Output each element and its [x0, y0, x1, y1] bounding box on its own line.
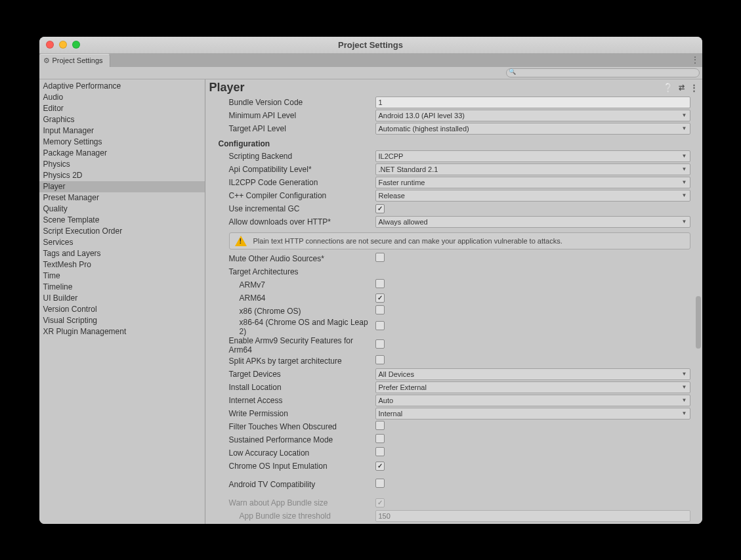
- min-api-dropdown[interactable]: Android 13.0 (API level 33)▼: [375, 110, 690, 121]
- chevron-down-icon: ▼: [682, 384, 687, 390]
- sidebar-item-textmesh-pro[interactable]: TextMesh Pro: [39, 259, 205, 270]
- panel-menu-button[interactable]: ⋮: [690, 83, 698, 93]
- android-tv-checkbox[interactable]: [375, 479, 385, 488]
- install-location-dropdown[interactable]: Prefer External▼: [375, 381, 690, 393]
- install-location-label: Install Location: [219, 383, 375, 392]
- armv9-label: Enable Armv9 Security Features for Arm64: [219, 336, 375, 355]
- low-accuracy-label: Low Accuracy Location: [219, 448, 375, 458]
- sidebar-item-package-manager[interactable]: Package Manager: [39, 148, 205, 159]
- sidebar-item-physics[interactable]: Physics: [39, 159, 205, 170]
- sidebar-item-graphics[interactable]: Graphics: [39, 114, 205, 125]
- sidebar-item-input-manager[interactable]: Input Manager: [39, 125, 205, 137]
- titlebar: Project Settings: [39, 37, 702, 54]
- sidebar-item-player[interactable]: Player: [39, 181, 205, 192]
- bundle-threshold-field[interactable]: [375, 510, 690, 522]
- target-devices-label: Target Devices: [219, 370, 375, 379]
- warning-icon: [235, 236, 247, 246]
- sidebar-item-adaptive-performance[interactable]: Adaptive Performance: [39, 81, 205, 92]
- sidebar-item-tags-and-layers[interactable]: Tags and Layers: [39, 248, 205, 259]
- split-apk-label: Split APKs by target architecture: [219, 356, 375, 366]
- warn-bundle-checkbox[interactable]: [375, 498, 385, 507]
- cpp-compiler-dropdown[interactable]: Release▼: [375, 190, 690, 202]
- settings-content[interactable]: Bundle Version Code Minimum API Level An…: [205, 96, 701, 524]
- arm64-label: ARM64: [219, 293, 375, 303]
- target-api-dropdown[interactable]: Automatic (highest installed)▼: [375, 123, 690, 135]
- sidebar-item-memory-settings[interactable]: Memory Settings: [39, 137, 205, 148]
- target-api-label: Target API Level: [219, 124, 375, 133]
- x8664-checkbox[interactable]: [375, 321, 385, 330]
- sidebar-item-ui-builder[interactable]: UI Builder: [39, 293, 205, 304]
- mute-audio-label: Mute Other Audio Sources*: [219, 254, 375, 263]
- bundle-version-code-field[interactable]: [375, 97, 690, 108]
- min-api-label: Minimum API Level: [219, 111, 375, 120]
- armv9-checkbox[interactable]: [375, 339, 385, 349]
- body: Adaptive PerformanceAudioEditorGraphicsI…: [39, 79, 702, 524]
- chevron-down-icon: ▼: [682, 371, 687, 377]
- http-dropdown[interactable]: Always allowed▼: [375, 216, 690, 228]
- chevron-down-icon: ▼: [682, 397, 687, 403]
- sidebar-item-scene-template[interactable]: Scene Template: [39, 215, 205, 226]
- sidebar-item-visual-scripting[interactable]: Visual Scripting: [39, 315, 205, 326]
- tab-label: Project Settings: [53, 56, 103, 64]
- configuration-section-title: Configuration: [219, 139, 690, 148]
- gear-icon: ⚙: [43, 56, 50, 65]
- sidebar-item-editor[interactable]: Editor: [39, 103, 205, 114]
- main-header: Player ❔ ⇄ ⋮: [205, 79, 702, 96]
- sidebar-item-xr-plugin-management[interactable]: XR Plugin Management: [39, 326, 205, 337]
- chevron-down-icon: ▼: [682, 153, 687, 159]
- target-arch-label: Target Architectures: [219, 267, 375, 276]
- split-apk-checkbox[interactable]: [375, 355, 385, 364]
- android-tv-label: Android TV Compatibility: [219, 480, 375, 489]
- il2cpp-codegen-dropdown[interactable]: Faster runtime▼: [375, 177, 690, 188]
- scripting-backend-dropdown[interactable]: IL2CPP▼: [375, 150, 690, 162]
- search-row: 🔍: [39, 67, 702, 79]
- sidebar-item-physics-2d[interactable]: Physics 2D: [39, 170, 205, 181]
- filter-touches-checkbox[interactable]: [375, 421, 385, 430]
- sidebar-item-timeline[interactable]: Timeline: [39, 282, 205, 293]
- write-perm-dropdown[interactable]: Internal▼: [375, 408, 690, 420]
- project-settings-window: Project Settings ⚙ Project Settings ⋮ 🔍 …: [39, 37, 702, 524]
- sustained-perf-checkbox[interactable]: [375, 434, 385, 443]
- armv7-label: ARMv7: [219, 280, 375, 290]
- filter-touches-label: Filter Touches When Obscured: [219, 422, 375, 431]
- sidebar-item-quality[interactable]: Quality: [39, 204, 205, 215]
- preset-icon[interactable]: ⇄: [679, 83, 685, 92]
- search-input[interactable]: [506, 68, 700, 77]
- arm64-checkbox[interactable]: [375, 293, 385, 303]
- sidebar-item-services[interactable]: Services: [39, 237, 205, 248]
- chevron-down-icon: ▼: [682, 192, 687, 198]
- write-perm-label: Write Permission: [219, 409, 375, 418]
- help-icon[interactable]: ❔: [663, 83, 673, 93]
- x86-label: x86 (Chrome OS): [219, 307, 375, 316]
- sidebar-item-time[interactable]: Time: [39, 270, 205, 282]
- tab-project-settings[interactable]: ⚙ Project Settings: [39, 54, 110, 67]
- sidebar-item-preset-manager[interactable]: Preset Manager: [39, 192, 205, 204]
- sidebar-item-version-control[interactable]: Version Control: [39, 304, 205, 315]
- incremental-gc-checkbox[interactable]: [375, 204, 385, 213]
- il2cpp-codegen-label: IL2CPP Code Generation: [219, 178, 375, 187]
- sidebar-item-audio[interactable]: Audio: [39, 92, 205, 103]
- sustained-perf-label: Sustained Performance Mode: [219, 435, 375, 444]
- api-compat-dropdown[interactable]: .NET Standard 2.1▼: [375, 163, 690, 175]
- chrome-input-label: Chrome OS Input Emulation: [219, 462, 375, 471]
- armv7-checkbox[interactable]: [375, 279, 385, 288]
- api-compat-label: Api Compatibility Level*: [219, 165, 375, 174]
- target-devices-dropdown[interactable]: All Devices▼: [375, 368, 690, 380]
- search-icon: 🔍: [509, 68, 516, 75]
- tab-menu-button[interactable]: ⋮: [691, 55, 698, 64]
- low-accuracy-checkbox[interactable]: [375, 447, 385, 456]
- internet-label: Internet Access: [219, 396, 375, 405]
- x8664-label: x86-64 (Chrome OS and Magic Leap 2): [219, 318, 375, 336]
- internet-dropdown[interactable]: Auto▼: [375, 395, 690, 406]
- chevron-down-icon: ▼: [682, 179, 687, 185]
- sidebar-item-script-execution-order[interactable]: Script Execution Order: [39, 226, 205, 237]
- main-panel: Player ❔ ⇄ ⋮ Bundle Version Code Minimum…: [205, 79, 702, 524]
- warn-bundle-label: Warn about App Bundle size: [219, 498, 375, 507]
- chevron-down-icon: ▼: [682, 125, 687, 131]
- cpp-compiler-label: C++ Compiler Configuration: [219, 191, 375, 200]
- scrollbar-thumb[interactable]: [696, 296, 701, 349]
- x86-checkbox[interactable]: [375, 305, 385, 314]
- chevron-down-icon: ▼: [682, 166, 687, 172]
- mute-audio-checkbox[interactable]: [375, 253, 385, 262]
- chrome-input-checkbox[interactable]: [375, 462, 385, 471]
